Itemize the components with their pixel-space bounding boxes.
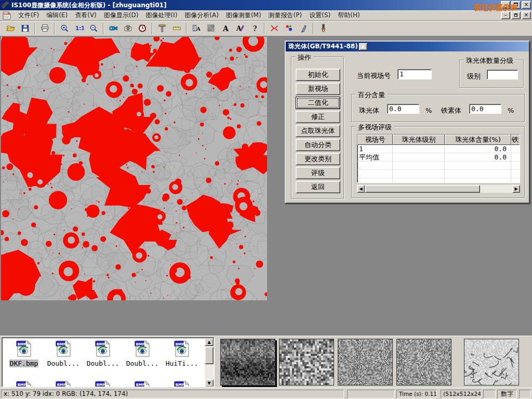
sample-thumbnail-2[interactable] bbox=[338, 339, 393, 385]
close-button[interactable]: × bbox=[522, 1, 531, 9]
file-list-scrollbar[interactable]: ▲ ▼ bbox=[205, 338, 214, 387]
pearlite-percent-input[interactable]: 0.0 bbox=[387, 104, 419, 114]
scroll-left-arrow[interactable]: ◀ bbox=[357, 185, 365, 193]
scroll-thumb[interactable] bbox=[205, 347, 214, 364]
annotate-icon: A bbox=[236, 24, 245, 33]
table-cell: 平均值 bbox=[357, 153, 393, 162]
pattern-grid-icon bbox=[207, 24, 216, 33]
menu-item-f[interactable]: 文件(F) bbox=[15, 10, 43, 20]
file-name: HuiTi... bbox=[165, 360, 199, 367]
table-header-col-2[interactable]: 珠光体含量(%) bbox=[445, 135, 511, 145]
table-empty-row[interactable] bbox=[357, 162, 520, 170]
actual-size-button[interactable]: 1:1 bbox=[72, 22, 86, 35]
file-item-3[interactable]: BMPDoubl... bbox=[124, 340, 161, 367]
save-button[interactable] bbox=[18, 22, 32, 35]
snapshot-camera-button[interactable] bbox=[121, 22, 135, 35]
text-button[interactable]: A bbox=[219, 22, 232, 35]
rating-table[interactable]: 视场号珠光体级别珠光体含量(%)铁素体含量(%)10.0平均值0.0 bbox=[357, 134, 520, 183]
menu-item-v[interactable]: 查看(V) bbox=[71, 10, 100, 20]
op-button-4[interactable]: 点取珠光体 bbox=[296, 125, 340, 137]
op-button-5[interactable]: 自动分类 bbox=[296, 139, 340, 151]
child-minimize-button[interactable]: – bbox=[501, 11, 510, 19]
op-button-7[interactable]: 评级 bbox=[296, 167, 340, 179]
svg-text:DOC: DOC bbox=[4, 12, 10, 16]
table-horizontal-scrollbar[interactable]: ◀ ▶ bbox=[357, 185, 520, 193]
metallograph-image[interactable] bbox=[1, 37, 267, 300]
file-item-row2-4[interactable]: BMP bbox=[163, 380, 201, 387]
caliper-button[interactable] bbox=[155, 22, 169, 35]
file-item-2[interactable]: BMPDoubl... bbox=[84, 340, 122, 367]
svg-text:BMP: BMP bbox=[57, 383, 66, 387]
menu-item-a[interactable]: 图像分析(A) bbox=[181, 10, 222, 20]
measure-text-button[interactable]: A bbox=[190, 22, 203, 35]
empty-status-panel bbox=[519, 390, 531, 398]
table-row-0[interactable]: 10.0 bbox=[357, 145, 520, 153]
table-empty-row[interactable] bbox=[357, 178, 520, 183]
multi-field-group-label: 多视场评级 bbox=[356, 123, 394, 132]
level-input[interactable] bbox=[487, 70, 518, 79]
op-button-3[interactable]: 修正 bbox=[296, 111, 340, 123]
brush-button[interactable] bbox=[316, 22, 330, 35]
table-header-col-3[interactable]: 铁素体含量(%) bbox=[511, 135, 520, 145]
op-button-8[interactable]: 返回 bbox=[296, 181, 340, 193]
table-row-1[interactable]: 平均值0.0 bbox=[357, 153, 520, 162]
ferrite-percent-input[interactable]: 0.0 bbox=[469, 104, 501, 114]
file-item-0[interactable]: BMPDKF.bmp bbox=[5, 340, 43, 367]
op-button-0[interactable]: 初始化 bbox=[296, 69, 340, 81]
help-button[interactable]: ? bbox=[248, 22, 261, 35]
sample-thumbnail-1[interactable] bbox=[279, 339, 334, 385]
table-cell bbox=[511, 178, 520, 183]
current-view-input[interactable]: 1 bbox=[397, 69, 432, 79]
child-restore-button[interactable] bbox=[511, 11, 521, 19]
caliper-icon bbox=[158, 24, 167, 33]
open-folder-button[interactable] bbox=[4, 22, 17, 35]
sample-thumbnail-4[interactable] bbox=[464, 339, 519, 385]
video-camera-button[interactable] bbox=[107, 22, 120, 35]
zoom-in-button[interactable] bbox=[58, 22, 71, 35]
menu-item-d[interactable]: 图像显示(D) bbox=[100, 10, 142, 20]
file-item-row2-3[interactable]: BMP bbox=[124, 380, 161, 387]
zoom-in-icon bbox=[60, 24, 69, 33]
file-item-1[interactable]: BMPDoubl... bbox=[45, 340, 82, 367]
scroll-thumb[interactable] bbox=[365, 185, 480, 193]
print-button[interactable] bbox=[38, 22, 51, 35]
pen-button[interactable] bbox=[297, 22, 310, 35]
pearlite-label: 珠光体 bbox=[359, 106, 379, 115]
table-header-col-0[interactable]: 视场号 bbox=[357, 135, 393, 145]
timer-clock-button[interactable] bbox=[136, 22, 149, 35]
op-button-2[interactable]: 二值化 bbox=[296, 97, 340, 109]
scroll-up-arrow[interactable]: ▲ bbox=[205, 338, 214, 346]
count-marks-button[interactable] bbox=[282, 22, 296, 35]
menu-item-e[interactable]: 编辑(E) bbox=[43, 10, 71, 20]
file-item-row2-0[interactable]: BMP bbox=[5, 380, 43, 387]
menu-item-i[interactable]: 图像处理(I) bbox=[142, 10, 181, 20]
sample-thumbnail-0[interactable] bbox=[220, 339, 275, 385]
grading-group-label: 珠光体数量分级 bbox=[464, 56, 515, 65]
scroll-right-arrow[interactable]: ▶ bbox=[512, 185, 520, 193]
dialog-close-button[interactable]: × bbox=[359, 43, 367, 50]
scroll-down-arrow[interactable]: ▼ bbox=[205, 379, 214, 387]
menu-item-m[interactable]: 图像测量(M) bbox=[222, 10, 265, 20]
sample-thumbnail-3[interactable] bbox=[396, 339, 451, 385]
file-item-row2-2[interactable]: BMP bbox=[84, 380, 122, 387]
annotate-button[interactable]: A bbox=[233, 22, 247, 35]
zoom-out-button[interactable] bbox=[87, 22, 100, 35]
file-item-row2-1[interactable]: BMP bbox=[45, 380, 82, 387]
curve-cut-button[interactable] bbox=[268, 22, 281, 35]
op-button-1[interactable]: 新视场 bbox=[296, 83, 340, 95]
toolbar-separator bbox=[313, 23, 314, 34]
menu-item-s[interactable]: 设置(S) bbox=[305, 10, 334, 20]
file-item-4[interactable]: BMPHuiTi... bbox=[163, 340, 201, 367]
ruler-button[interactable] bbox=[170, 22, 183, 35]
svg-text:BMP: BMP bbox=[18, 342, 26, 347]
op-button-6[interactable]: 更改类别 bbox=[296, 153, 340, 165]
child-close-button[interactable]: × bbox=[522, 11, 531, 19]
dialog-title-bar: 珠光体(GB/T9441-88) × bbox=[286, 42, 529, 51]
table-empty-row[interactable] bbox=[357, 170, 520, 178]
toolbar: 1:1AAA? bbox=[0, 21, 532, 36]
pattern-grid-button[interactable] bbox=[204, 22, 218, 35]
menu-item-p[interactable]: 测量报告(P) bbox=[265, 10, 306, 20]
menu-item-h[interactable]: 帮助(H) bbox=[334, 10, 363, 20]
save-icon bbox=[21, 24, 30, 33]
table-header-col-1[interactable]: 珠光体级别 bbox=[393, 135, 445, 145]
